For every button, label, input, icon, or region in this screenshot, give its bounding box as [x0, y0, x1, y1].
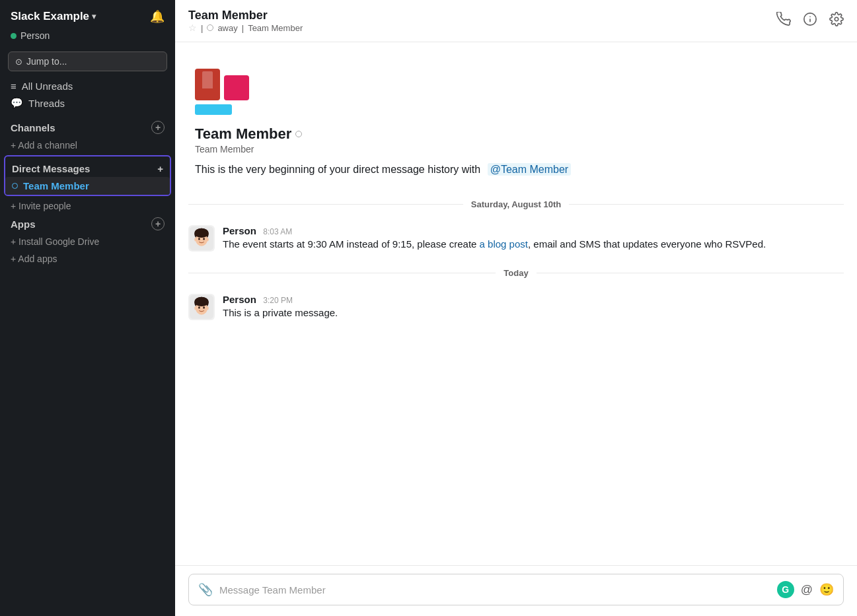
- svg-point-9: [203, 238, 205, 240]
- message-input-box: 📎 G @ 🙂: [188, 574, 844, 605]
- svg-point-15: [194, 296, 209, 306]
- online-status-dot: [11, 33, 17, 39]
- all-unreads-label: All Unreads: [22, 81, 73, 92]
- invite-people-label: + Invite people: [11, 201, 71, 211]
- dm-team-member-label: Team Member: [23, 180, 89, 191]
- dm-intro-section: Team Member Team Member This is the very…: [175, 42, 857, 189]
- channels-section-header: Channels +: [0, 112, 175, 137]
- add-channel-icon[interactable]: +: [151, 121, 165, 134]
- add-apps-icon[interactable]: +: [151, 217, 165, 230]
- channel-meta: ☆ | away | Team Member: [188, 22, 303, 33]
- date-divider-today: Today: [175, 257, 857, 289]
- star-icon[interactable]: ☆: [188, 22, 197, 33]
- message-row: Person 3:20 PM This is a private message…: [175, 289, 857, 326]
- workspace-name[interactable]: Slack Example ▾: [11, 10, 96, 23]
- dm-intro-text: This is the very beginning of your direc…: [195, 164, 837, 176]
- call-icon[interactable]: [776, 12, 791, 30]
- date-divider-saturday: Saturday, August 10th: [175, 189, 857, 220]
- dm-intro-mention[interactable]: @Team Member: [488, 163, 572, 176]
- attach-icon[interactable]: 📎: [198, 582, 213, 597]
- message-content: Person 8:03 AM The event starts at 9:30 …: [223, 225, 844, 252]
- threads-icon: 💬: [11, 97, 23, 109]
- away-status-label: away: [217, 23, 237, 33]
- sidebar-item-threads[interactable]: 💬 Threads: [0, 94, 175, 112]
- message-sender: Person: [223, 294, 256, 305]
- info-icon[interactable]: [803, 12, 817, 30]
- svg-point-11: [206, 238, 209, 241]
- message-time: 3:20 PM: [263, 296, 293, 305]
- notifications-bell-icon[interactable]: 🔔: [150, 9, 165, 24]
- at-icon[interactable]: @: [801, 583, 813, 597]
- date-label-saturday: Saturday, August 10th: [463, 199, 570, 209]
- jump-to-label: Jump to...: [26, 56, 67, 67]
- dm-intro-status-circle: [295, 131, 302, 137]
- workspace-chevron-icon: ▾: [92, 12, 96, 21]
- dm-intro-name-text: Team Member: [195, 125, 291, 143]
- add-apps-label: + Add apps: [11, 254, 57, 264]
- message-text: The event starts at 9:30 AM instead of 9…: [223, 237, 844, 252]
- emoji-picker-icon[interactable]: 🙂: [819, 582, 834, 597]
- message-header: Person 3:20 PM: [223, 294, 844, 306]
- dm-intro-text-content: This is the very beginning of your direc…: [195, 164, 480, 175]
- message-input-area: 📎 G @ 🙂: [175, 565, 857, 616]
- install-google-drive-label: + Install Google Drive: [11, 236, 99, 247]
- channels-section-label: Channels: [11, 122, 56, 133]
- invite-people-button[interactable]: + Invite people: [0, 197, 175, 215]
- blog-post-link[interactable]: a blog post: [480, 238, 528, 250]
- svg-point-16: [198, 306, 200, 308]
- header-right: [776, 12, 844, 30]
- svg-point-18: [194, 306, 197, 310]
- add-channel-button[interactable]: + Add a channel: [0, 137, 175, 154]
- user-status: Person: [0, 29, 175, 48]
- all-unreads-icon: ≡: [11, 81, 17, 92]
- threads-label: Threads: [28, 98, 65, 109]
- svg-point-8: [198, 238, 200, 240]
- input-right-icons: G @ 🙂: [777, 581, 834, 598]
- add-channel-label: + Add a channel: [11, 140, 77, 151]
- message-content: Person 3:20 PM This is a private message…: [223, 294, 844, 321]
- message-text: This is a private message.: [223, 306, 844, 321]
- settings-icon[interactable]: [829, 12, 844, 30]
- main-content: Team Member ☆ | away | Team Member: [175, 0, 857, 616]
- messages-area: Team Member Team Member This is the very…: [175, 42, 857, 565]
- svg-point-10: [194, 238, 197, 241]
- grammarly-icon[interactable]: G: [777, 581, 794, 598]
- sidebar-item-all-unreads[interactable]: ≡ All Unreads: [0, 78, 175, 94]
- jump-to-search[interactable]: ⊙ Jump to...: [8, 51, 167, 71]
- install-google-drive-button[interactable]: + Install Google Drive: [0, 233, 175, 250]
- user-name-label: Person: [20, 30, 50, 41]
- dm-section-label: Direct Messages: [12, 163, 90, 174]
- status-circle-icon: [207, 24, 213, 31]
- svg-point-7: [194, 228, 209, 238]
- intro-avatar-teal-bar: [195, 104, 232, 115]
- search-icon: ⊙: [15, 57, 22, 67]
- workspace-title: Slack Example: [11, 10, 89, 23]
- svg-point-17: [203, 306, 205, 308]
- intro-avatar-red-square: [224, 75, 249, 100]
- sidebar-item-team-member[interactable]: Team Member: [5, 177, 170, 195]
- channel-name-label: Team Member: [188, 9, 268, 22]
- add-dm-icon[interactable]: +: [157, 163, 163, 174]
- message-time: 8:03 AM: [263, 227, 292, 236]
- header-left: Team Member ☆ | away | Team Member: [188, 9, 303, 33]
- main-header: Team Member ☆ | away | Team Member: [175, 0, 857, 42]
- add-apps-button[interactable]: + Add apps: [0, 250, 175, 267]
- sidebar-header: Slack Example ▾ 🔔: [0, 0, 175, 29]
- pipe-separator: |: [201, 23, 203, 33]
- dm-section-header: Direct Messages +: [5, 156, 170, 177]
- avatar: [188, 294, 215, 320]
- date-label-today: Today: [496, 268, 536, 278]
- channel-title: Team Member: [188, 9, 303, 22]
- message-row: Person 8:03 AM The event starts at 9:30 …: [175, 220, 857, 257]
- meta-separator: |: [242, 23, 244, 33]
- sidebar: Slack Example ▾ 🔔 Person ⊙ Jump to... ≡ …: [0, 0, 175, 616]
- dm-status-dot: [12, 183, 18, 189]
- message-input[interactable]: [219, 584, 770, 596]
- svg-point-19: [206, 306, 209, 310]
- apps-section-header: Apps +: [0, 215, 175, 233]
- message-sender: Person: [223, 225, 256, 236]
- message-header: Person 8:03 AM: [223, 225, 844, 237]
- dm-intro-name: Team Member: [195, 125, 837, 143]
- direct-messages-section: Direct Messages + Team Member: [4, 155, 171, 196]
- avatar: [188, 225, 215, 252]
